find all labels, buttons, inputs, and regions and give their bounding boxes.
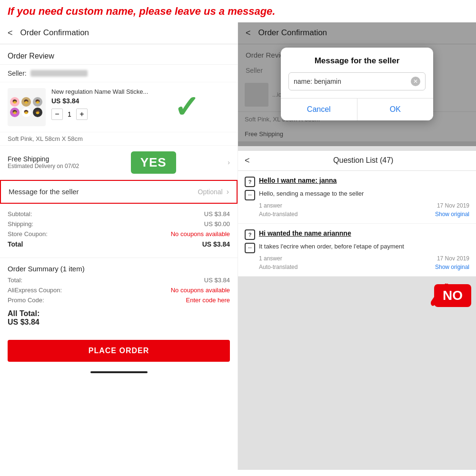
order-total-row: Total: US $3.84: [8, 277, 230, 284]
variant-row: Soft Pink, XL 58cm X 58cm: [0, 132, 238, 146]
question-2-translated: Auto-translated Show original: [245, 264, 469, 270]
product-details: New regulation Name Wall Sticke... US $3…: [51, 88, 230, 120]
question-1-translated: Auto-translated Show original: [245, 211, 469, 218]
shipping-price-row: Shipping: US $0.00: [8, 220, 230, 228]
modal-input-field[interactable]: [314, 78, 411, 85]
question-1-date: 17 Nov 2019: [437, 202, 469, 209]
product-image: 🧒 🧒 🧒 🧒 🧒 🧒: [8, 88, 46, 126]
question-item-1: ? Hello I want name: janna ··· Hello, se…: [238, 171, 476, 224]
modal-clear-button[interactable]: ✕: [411, 77, 420, 86]
product-variant: Soft Pink, XL 58cm X 58cm: [8, 135, 83, 142]
checkmark-icon: ✓: [174, 92, 199, 122]
question-2-q: ? Hi wanted the name ariannne: [245, 229, 469, 240]
banner-text: If you need custom name, please leave us…: [8, 5, 468, 19]
question-1-q: ? Hello I want name: janna: [245, 177, 469, 187]
modal-input-prefix: name:: [294, 78, 312, 85]
product-row: 🧒 🧒 🧒 🧒 🧒 🧒 New regulation Name Wall Sti…: [0, 82, 238, 132]
question-2-meta: 1 answer 17 Nov 2019: [245, 255, 469, 262]
message-seller-chevron-icon: ›: [227, 188, 229, 196]
place-order-button[interactable]: PLACE ORDER: [8, 340, 230, 362]
modal-cancel-button[interactable]: Cancel: [281, 99, 357, 120]
aliexpress-coupon-value: No coupons available: [171, 287, 230, 294]
message-seller-right: Optional ›: [198, 188, 229, 196]
shipping-price-label: Shipping:: [8, 220, 33, 228]
answer-icon-1: ···: [245, 190, 255, 200]
seller-name-blurred: [30, 70, 88, 77]
char-pink: 🧒: [10, 97, 20, 107]
modal-title: Message for the seller: [281, 48, 433, 72]
question-list-title: Question List (47): [258, 156, 469, 165]
right-panel: < Order Confirmation Order Review Seller…: [238, 22, 476, 470]
message-seller-row[interactable]: Message for the seller Optional ›: [0, 180, 238, 204]
total-label: Total: [8, 240, 23, 248]
shipping-row: Free Shipping Estimated Delivery on 07/0…: [0, 146, 238, 180]
shipping-info: Free Shipping Estimated Delivery on 07/0…: [8, 155, 79, 169]
order-total-value: US $3.84: [204, 277, 230, 284]
no-badge: NO: [434, 284, 471, 307]
seller-row: Seller:: [0, 65, 238, 82]
modal-overlay: Message for the seller name: ✕ Cancel OK: [238, 22, 476, 146]
left-back-button[interactable]: <: [8, 28, 13, 38]
product-price: US $3.84: [51, 97, 230, 105]
char-white: 🧒: [21, 108, 31, 117]
order-totals: Total: US $3.84 AliExpress Coupon: No co…: [0, 277, 238, 334]
total-row: Total US $3.84: [8, 240, 230, 248]
question-icon-1: ?: [245, 177, 255, 187]
answer-1-count: 1 answer: [259, 202, 282, 209]
message-seller-label: Message for the seller: [9, 188, 79, 196]
aliexpress-coupon-row: AliExpress Coupon: No coupons available: [8, 287, 230, 294]
pricing-section: Subtotal: US $3.84 Shipping: US $0.00 St…: [0, 204, 238, 258]
store-coupon-row: Store Coupon: No coupons available: [8, 230, 230, 238]
product-name: New regulation Name Wall Sticke...: [51, 88, 230, 95]
all-total-row: All Total: US $3.84: [8, 307, 230, 327]
show-original-button-1[interactable]: Show original: [435, 211, 469, 218]
left-panel: < Order Confirmation Order Review Seller…: [0, 22, 238, 470]
all-total-label: All Total: US $3.84: [8, 309, 40, 327]
shipping-chevron-icon: ›: [228, 159, 230, 166]
answer-2-count: 1 answer: [259, 255, 282, 262]
subtotal-value: US $3.84: [204, 210, 230, 218]
answer-1-row: ··· Hello, sending a message to the sell…: [245, 190, 469, 200]
left-panel-title: Order Confirmation: [20, 28, 89, 38]
product-qty: − 1 +: [51, 109, 230, 120]
shipping-date: Estimated Delivery on 07/02: [8, 163, 79, 169]
main-layout: < Order Confirmation Order Review Seller…: [0, 22, 476, 470]
shipping-label: Free Shipping: [8, 155, 79, 163]
question-icon-2: ?: [245, 229, 255, 240]
subtotal-label: Subtotal:: [8, 210, 32, 218]
order-summary-label: Order Summary (1 item): [0, 258, 238, 277]
question-list-header: < Question List (47): [238, 151, 476, 171]
modal-dialog: Message for the seller name: ✕ Cancel OK: [281, 48, 433, 120]
yes-badge: YES: [131, 151, 176, 174]
question-list-back-button[interactable]: <: [245, 156, 250, 166]
store-coupon-value: No coupons available: [171, 230, 230, 238]
question-2-text: Hi wanted the name ariannne: [259, 229, 351, 237]
store-coupon-label: Store Coupon:: [8, 230, 48, 238]
show-original-button-2[interactable]: Show original: [435, 264, 469, 270]
char-purple: 🧒: [10, 108, 20, 117]
question-list-section: < Question List (47) ? Hello I want name…: [238, 151, 476, 277]
answer-2-row: ··· It takes l'ecrire when order, before…: [245, 243, 469, 253]
question-1-meta: 1 answer 17 Nov 2019: [245, 202, 469, 209]
qty-value: 1: [68, 110, 71, 118]
answer-1-text: Hello, sending a message to the seller: [259, 190, 364, 197]
promo-code-label: Promo Code:: [8, 297, 44, 304]
total-value: US $3.84: [202, 240, 230, 248]
char-black: 🧒: [33, 108, 42, 117]
promo-code-value: Enter code here: [186, 297, 230, 304]
question-2-date: 17 Nov 2019: [437, 255, 469, 262]
shipping-price-value: US $0.00: [204, 220, 230, 228]
seller-label: Seller:: [8, 69, 27, 77]
top-banner: If you need custom name, please leave us…: [0, 0, 476, 22]
modal-buttons: Cancel OK: [281, 98, 433, 120]
subtotal-row: Subtotal: US $3.84: [8, 210, 230, 218]
modal-ok-button[interactable]: OK: [357, 99, 434, 120]
message-seller-optional: Optional: [198, 188, 223, 196]
translated-label-1: Auto-translated: [259, 211, 298, 218]
question-item-2: ? Hi wanted the name ariannne ··· It tak…: [238, 224, 476, 277]
qty-plus-button[interactable]: +: [76, 109, 88, 120]
answer-2-text: It takes l'ecrire when order, before l'e…: [259, 243, 404, 250]
question-1-text: Hello I want name: janna: [259, 177, 337, 184]
qty-minus-button[interactable]: −: [51, 109, 63, 120]
answer-icon-2: ···: [245, 243, 255, 253]
